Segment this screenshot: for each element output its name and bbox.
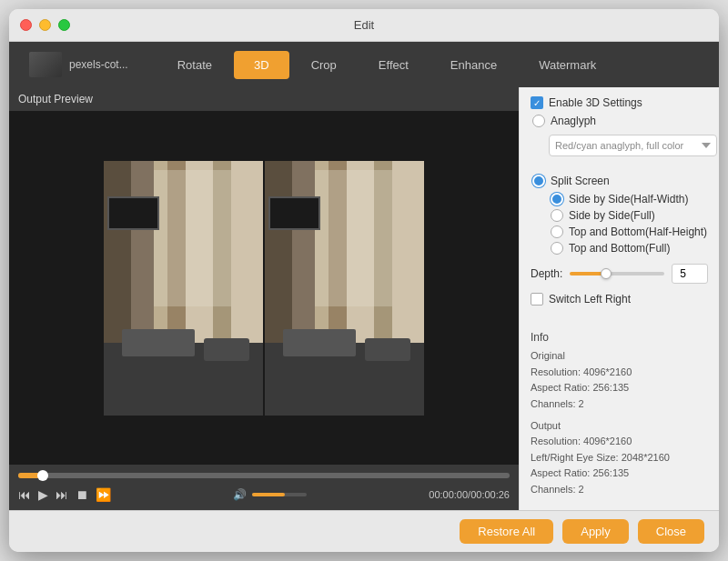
restore-all-button[interactable]: Restore All	[460, 519, 553, 544]
split-screen-label: Split Screen	[551, 175, 610, 187]
anaglyph-radio[interactable]	[532, 115, 545, 127]
radio-side-full[interactable]	[551, 209, 563, 222]
maximize-button[interactable]	[58, 19, 70, 31]
svg-rect-7	[231, 161, 263, 343]
next-frame-button[interactable]: ⏩	[96, 487, 111, 502]
output-channels: Channels: 2	[531, 482, 708, 498]
depth-label: Depth:	[531, 267, 562, 280]
close-button[interactable]	[20, 19, 32, 31]
main-window: Edit pexels-cot... Rotate 3D Crop Effect…	[9, 9, 719, 552]
output-label: Output	[531, 418, 708, 435]
svg-rect-20	[392, 161, 424, 343]
enable-3d-row[interactable]: Enable 3D Settings	[531, 96, 708, 109]
time-display: 00:00:00/00:00:26	[429, 489, 510, 500]
volume-icon: 🔊	[233, 488, 247, 501]
option-label-1: Side by Side(Full)	[569, 209, 655, 222]
svg-rect-15	[292, 161, 315, 343]
video-area	[9, 111, 519, 465]
tab-crop[interactable]: Crop	[291, 51, 357, 79]
radio-top-full[interactable]	[551, 242, 563, 255]
svg-rect-8	[154, 170, 231, 306]
depth-slider-container	[570, 272, 664, 275]
close-main-button[interactable]: Close	[638, 519, 704, 544]
apply-button[interactable]: Apply	[562, 519, 629, 544]
switch-lr-row[interactable]: Switch Left Right	[531, 293, 708, 306]
original-aspect: Aspect Ratio: 256:135	[531, 380, 708, 396]
skip-forward-button[interactable]: ⏭	[56, 487, 68, 502]
titlebar: Edit	[9, 9, 719, 42]
volume-control: 🔊	[233, 488, 307, 501]
svg-rect-2	[131, 161, 154, 343]
split-screen-row[interactable]: Split Screen	[531, 175, 708, 187]
preview-frame-right	[265, 161, 424, 416]
preview-label: Output Preview	[9, 87, 519, 111]
progress-thumb[interactable]	[37, 470, 48, 481]
toolbar: pexels-cot... Rotate 3D Crop Effect Enha…	[9, 42, 719, 87]
svg-rect-24	[283, 329, 356, 356]
anaglyph-dropdown[interactable]: Red/cyan anaglyph, full color	[549, 135, 717, 156]
radio-top-half[interactable]	[551, 225, 563, 238]
option-top-full[interactable]: Top and Bottom(Full)	[549, 242, 708, 255]
anaglyph-dropdown-row: Red/cyan anaglyph, full color	[549, 135, 708, 156]
svg-rect-22	[269, 197, 319, 229]
output-aspect: Aspect Ratio: 256:135	[531, 466, 708, 482]
option-side-half[interactable]: Side by Side(Half-Width)	[549, 193, 708, 205]
svg-rect-11	[122, 329, 195, 356]
option-top-half[interactable]: Top and Bottom(Half-Height)	[549, 225, 708, 238]
tab-enhance[interactable]: Enhance	[430, 51, 517, 79]
option-side-full[interactable]: Side by Side(Full)	[549, 209, 708, 222]
svg-rect-21	[315, 170, 392, 306]
window-title: Edit	[354, 18, 374, 32]
minimize-button[interactable]	[39, 19, 51, 31]
settings-panel: Enable 3D Settings Anaglyph Red/cyan ana…	[519, 87, 719, 510]
info-original: Original Resolution: 4096*2160 Aspect Ra…	[531, 348, 708, 412]
info-section: Info Original Resolution: 4096*2160 Aspe…	[531, 329, 708, 504]
info-output: Output Resolution: 4096*2160 Left/Right …	[531, 418, 708, 498]
original-resolution: Resolution: 4096*2160	[531, 365, 708, 381]
tab-group: Rotate 3D Crop Effect Enhance Watermark	[157, 51, 617, 79]
output-eye-size: Left/Right Eye Size: 2048*2160	[531, 450, 708, 466]
enable-3d-label: Enable 3D Settings	[549, 96, 642, 109]
file-tab: pexels-cot...	[18, 48, 139, 81]
preview-frame-left	[104, 161, 263, 416]
split-options: Side by Side(Half-Width) Side by Side(Fu…	[531, 193, 708, 255]
info-title: Info	[531, 329, 708, 346]
depth-thumb[interactable]	[601, 268, 612, 279]
option-label-0: Side by Side(Half-Width)	[569, 193, 688, 205]
volume-fill	[252, 493, 285, 496]
tab-3d[interactable]: 3D	[234, 51, 289, 79]
svg-rect-12	[204, 338, 249, 361]
svg-rect-25	[365, 338, 410, 361]
tab-effect[interactable]: Effect	[359, 51, 429, 79]
volume-slider[interactable]	[252, 493, 307, 496]
original-label: Original	[531, 348, 708, 365]
depth-input[interactable]: 5	[672, 264, 708, 284]
switch-lr-checkbox[interactable]	[531, 293, 543, 306]
svg-rect-9	[108, 197, 158, 229]
stop-button[interactable]: ⏹	[76, 487, 88, 502]
content-area: Output Preview	[9, 87, 719, 510]
anaglyph-row[interactable]: Anaglyph	[531, 115, 708, 127]
split-screen	[104, 161, 424, 416]
tab-rotate[interactable]: Rotate	[157, 51, 232, 79]
playback-controls: ⏮ ▶ ⏭ ⏹ ⏩ 🔊 00:00:00/00:00:26	[9, 465, 519, 510]
bottom-bar: Restore All Apply Close	[9, 510, 719, 552]
switch-lr-label: Switch Left Right	[549, 293, 631, 306]
output-resolution: Resolution: 4096*2160	[531, 434, 708, 450]
option-label-3: Top and Bottom(Full)	[569, 242, 670, 255]
file-name: pexels-cot...	[69, 58, 128, 71]
tab-watermark[interactable]: Watermark	[519, 51, 616, 79]
skip-back-button[interactable]: ⏮	[18, 487, 31, 502]
play-button[interactable]: ▶	[38, 487, 48, 502]
enable-3d-checkbox[interactable]	[531, 96, 543, 109]
preview-panel: Output Preview	[9, 87, 519, 510]
depth-slider[interactable]	[570, 272, 664, 275]
playback-buttons: ⏮ ▶ ⏭ ⏹ ⏩	[18, 487, 111, 502]
progress-bar[interactable]	[18, 473, 510, 478]
option-label-2: Top and Bottom(Half-Height)	[569, 225, 707, 238]
split-screen-radio[interactable]	[532, 175, 545, 187]
original-channels: Channels: 2	[531, 396, 708, 413]
file-thumbnail	[29, 52, 62, 77]
controls-row: ⏮ ▶ ⏭ ⏹ ⏩ 🔊 00:00:00/00:00:26	[18, 487, 510, 502]
radio-side-half[interactable]	[551, 193, 563, 205]
